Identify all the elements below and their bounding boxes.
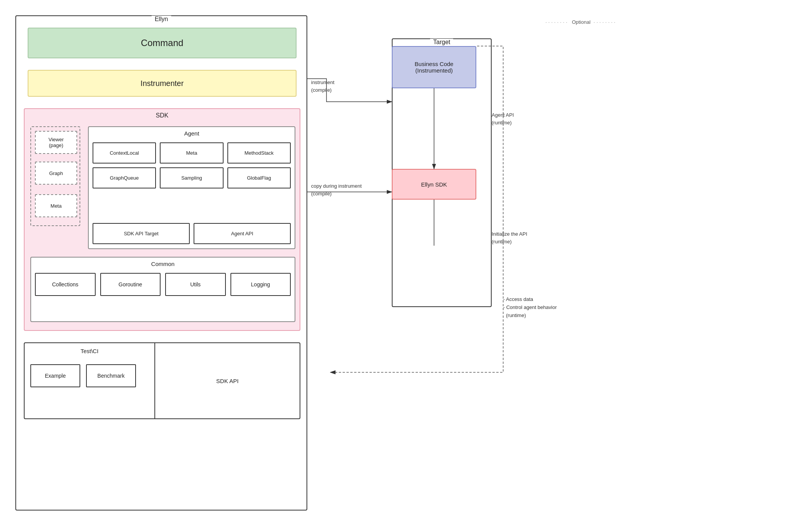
logging-cell: Logging <box>230 273 291 296</box>
agent-api-label: Agent API(runtime) <box>492 111 514 126</box>
access-data-label: - Access data - Control agent behavior (… <box>503 296 557 319</box>
optional-dots-right: ········ <box>593 19 617 25</box>
command-box: Command <box>28 28 297 58</box>
command-label: Command <box>141 38 184 48</box>
sdk-label: SDK <box>156 112 169 119</box>
agent-box: Agent ContextLocal Meta MethodStack Grap… <box>88 126 295 249</box>
agent-graphqueue: GraphQueue <box>93 167 156 188</box>
agent-grid: ContextLocal Meta MethodStack GraphQueue… <box>93 142 291 188</box>
instrumenter-box: Instrumenter <box>28 70 297 97</box>
instrumenter-label: Instrumenter <box>141 79 184 88</box>
instrument-label: instrument(compile) <box>311 79 335 94</box>
viewer-page-item: Viewer(page) <box>35 131 77 154</box>
testci-label: Test\CI <box>81 348 99 354</box>
target-label: Target <box>430 39 453 46</box>
goroutine-cell: Goroutine <box>100 273 161 296</box>
agent-globalflag: GlobalFlag <box>227 167 291 188</box>
optional-label: Optional <box>572 19 590 25</box>
agent-contextlocal: ContextLocal <box>93 142 156 164</box>
agent-label: Agent <box>184 130 199 137</box>
common-grid: Collections Goroutine Utils Logging <box>35 273 291 296</box>
utils-cell: Utils <box>165 273 226 296</box>
agent-meta: Meta <box>160 142 223 164</box>
agent-methodstack: MethodStack <box>227 142 291 164</box>
diagram-container: ········ Optional ········ Ellyn Command… <box>8 8 795 526</box>
sdk-box: SDK Viewer(page) Graph Meta Agent Contex… <box>24 108 300 331</box>
sdk-api-target: SDK API Target <box>93 223 190 244</box>
testci-section: Test\CI Example Benchmark SDK API <box>24 342 300 419</box>
viewer-group: Viewer(page) Graph Meta <box>30 126 80 226</box>
optional-legend: ········ Optional ········ <box>545 19 617 25</box>
meta-item: Meta <box>35 194 77 217</box>
ellyn-sdk-label: Ellyn SDK <box>421 181 447 188</box>
common-label: Common <box>151 261 175 267</box>
benchmark-cell: Benchmark <box>86 364 136 387</box>
agent-api: Agent API <box>194 223 291 244</box>
common-box: Common Collections Goroutine Utils Loggi… <box>30 257 295 322</box>
collections-cell: Collections <box>35 273 96 296</box>
ellyn-label: Ellyn <box>152 16 171 23</box>
ellyn-sdk-box: Ellyn SDK <box>392 169 476 200</box>
sdkapi-label: SDK API <box>155 343 300 418</box>
graph-item: Graph <box>35 162 77 185</box>
business-code-box: Business Code(Instrumented) <box>392 46 476 88</box>
testci-items: Example Benchmark <box>30 364 136 387</box>
agent-sampling: Sampling <box>160 167 223 188</box>
agent-bottom-row: SDK API Target Agent API <box>93 223 291 244</box>
example-cell: Example <box>30 364 80 387</box>
optional-dots-left: ········ <box>545 19 569 25</box>
copy-during-label: copy during instrument(compile) <box>311 182 362 197</box>
testci-left: Test\CI Example Benchmark <box>25 343 155 418</box>
initialize-api-label: Initialize the API(runtime) <box>492 230 527 245</box>
ellyn-box: Ellyn Command Instrumenter SDK Viewer(pa… <box>15 15 307 511</box>
